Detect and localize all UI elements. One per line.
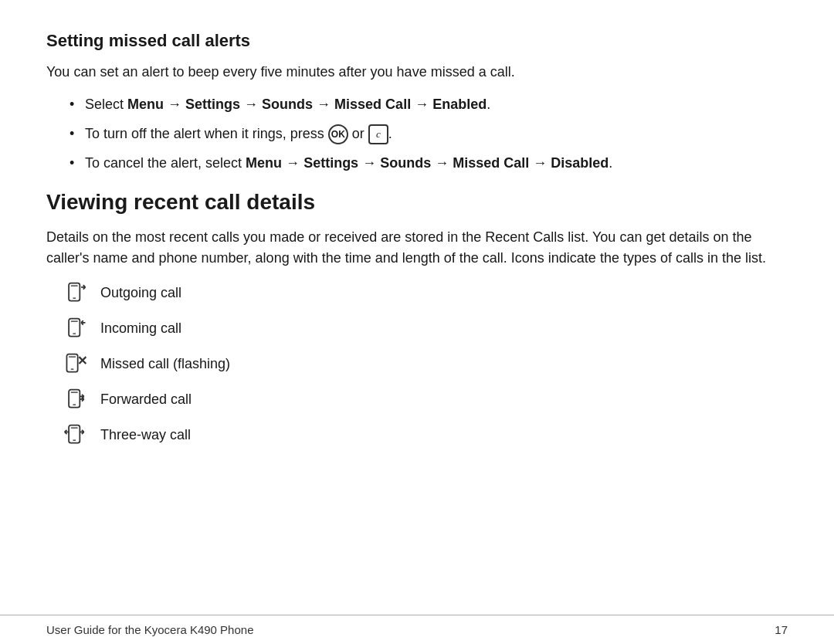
- end-button-icon: c: [368, 124, 388, 144]
- section2-intro: Details on the most recent calls you mad…: [46, 227, 788, 270]
- bullet-item-1: Select Menu → Settings → Sounds → Missed…: [70, 94, 788, 116]
- footer-page-number: 17: [775, 623, 788, 636]
- bullet-item-2: To turn off the alert when it rings, pre…: [70, 124, 788, 145]
- section2-title: Viewing recent call details: [46, 190, 788, 215]
- incoming-call-icon: [62, 316, 90, 341]
- threeway-call-icon: [62, 422, 90, 447]
- threeway-call-label: Three-way call: [100, 425, 191, 445]
- ok-button-icon: OK: [328, 124, 348, 144]
- list-item-threeway: Three-way call: [62, 422, 788, 447]
- incoming-call-label: Incoming call: [100, 319, 181, 338]
- list-item-outgoing: Outgoing call: [62, 280, 788, 305]
- missed-call-label: Missed call (flashing): [100, 354, 230, 374]
- section1-intro: You can set an alert to beep every five …: [46, 62, 788, 83]
- bullet-list: Select Menu → Settings → Sounds → Missed…: [70, 94, 788, 175]
- forwarded-call-label: Forwarded call: [100, 390, 192, 409]
- forwarded-call-icon: [62, 387, 90, 412]
- outgoing-call-icon: [62, 280, 90, 305]
- page-footer: User Guide for the Kyocera K490 Phone 17: [0, 615, 834, 644]
- page-content: Setting missed call alerts You can set a…: [0, 0, 834, 615]
- section1-title: Setting missed call alerts: [46, 31, 788, 51]
- list-item-missed: Missed call (flashing): [62, 351, 788, 376]
- outgoing-call-label: Outgoing call: [100, 283, 181, 303]
- call-type-list: Outgoing call Incoming call: [62, 280, 788, 447]
- list-item-forwarded: Forwarded call: [62, 387, 788, 412]
- footer-left-text: User Guide for the Kyocera K490 Phone: [46, 623, 254, 636]
- bullet-item-3: To cancel the alert, select Menu → Setti…: [70, 153, 788, 175]
- missed-call-icon: [62, 351, 90, 376]
- list-item-incoming: Incoming call: [62, 316, 788, 341]
